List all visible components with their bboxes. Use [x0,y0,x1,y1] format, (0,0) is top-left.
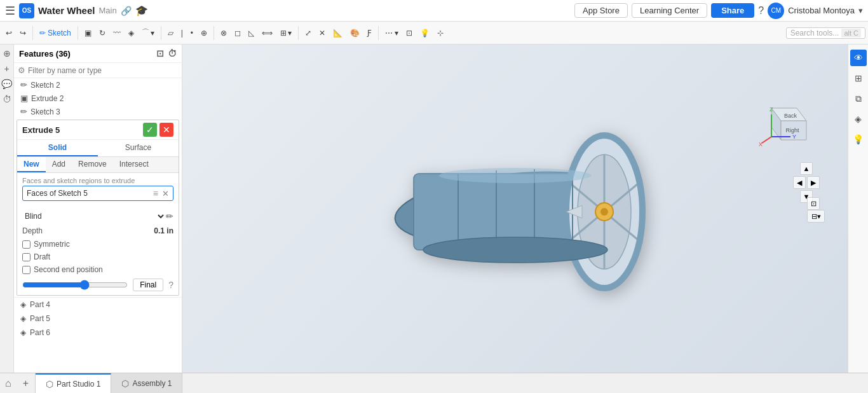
feature-item-sketch3[interactable]: ✏ Sketch 3 [14,105,182,118]
add-feature-icon[interactable]: + [4,64,9,74]
mate-button[interactable]: ⊕ [198,27,210,39]
nav-up[interactable]: ▲ [800,162,813,175]
history-icon[interactable]: ⏱ [3,94,11,104]
feature-item-sketch2[interactable]: ✏ Sketch 2 [14,78,182,92]
measure-button[interactable]: 📐 [330,27,346,39]
variable-button[interactable]: Ƒ [364,27,375,39]
dropdown-arrow-2[interactable]: ▾ [288,29,292,38]
delete-icon: ✕ [319,29,325,38]
user-name[interactable]: Cristobal Montoya [788,6,855,15]
draft-row[interactable]: Draft [17,251,179,263]
tab-surface[interactable]: Surface [98,140,179,156]
confirm-button[interactable]: ✓ [143,123,157,137]
tab-solid[interactable]: Solid [17,140,98,156]
symmetric-row[interactable]: Symmetric [17,238,179,251]
draft-btn[interactable]: ◺ [245,27,257,39]
axis-button[interactable]: | [178,27,186,39]
fit-view-button[interactable]: ⊹ [434,27,447,39]
subtab-new[interactable]: New [17,157,46,172]
view-cube[interactable]: Back Right X Y Z [756,95,813,155]
panel-icon-1[interactable]: ⊡ [156,48,164,59]
help-button-form[interactable]: ? [168,280,173,290]
nav-right[interactable]: ▶ [807,176,820,189]
point-button[interactable]: • [187,27,196,39]
add-tab-button[interactable]: + [17,373,36,393]
second-end-row[interactable]: Second end position [17,263,179,276]
more-button[interactable]: ⋯▾ [382,27,402,39]
preview-slider[interactable] [22,280,128,290]
fillet-button[interactable]: ⌒▾ [139,25,158,40]
right-icon-render[interactable]: 💡 [850,131,867,148]
second-end-checkbox[interactable] [22,266,31,274]
undo-button[interactable]: ↩ [3,27,15,39]
view-type-btn[interactable]: ⊡ [807,197,820,210]
final-button[interactable]: Final [133,279,163,291]
subtab-intersect[interactable]: Intersect [113,157,155,172]
feature-search-row: ⚙ [14,63,182,78]
section-button[interactable]: ⊡ [403,27,416,39]
feature-item-extrude2[interactable]: ▣ Extrude 2 [14,92,182,105]
right-icon-layers[interactable]: ⊞ [850,70,867,86]
view-type-dropdown[interactable]: ⊟▾ [807,210,825,223]
cursor-icon[interactable]: ⊕ [3,48,11,59]
canvas[interactable]: Back Right X Y Z ▲ ◀ ▶ ▼ [182,45,848,373]
comment-icon[interactable]: 💬 [1,79,12,89]
home-button[interactable]: ⌂ [0,373,17,393]
transform-button[interactable]: ⤢ [302,27,315,39]
sweep-button[interactable]: 〰 [110,27,124,39]
plane-button[interactable]: ▱ [165,27,177,39]
view-type-icon: ⊡ [811,200,817,208]
pencil-icon: ✏ [39,29,46,38]
wheel-3d [363,81,668,336]
right-icon-parts[interactable]: ◈ [850,111,867,127]
search-tools-box[interactable]: Search tools... alt C [786,27,865,39]
plane-icon: ▱ [168,29,173,38]
pencil-icon[interactable]: ✏ [166,211,173,221]
symmetric-checkbox[interactable] [22,240,31,249]
nav-left[interactable]: ◀ [793,176,806,189]
nav-mid: ◀ ▶ [793,176,820,189]
tab-assembly1[interactable]: ⬡ Assembly 1 [111,373,182,393]
revolve-button[interactable]: ↻ [96,27,109,39]
user-chevron-icon[interactable]: ▾ [858,6,863,15]
dropdown-arrow-1[interactable]: ▾ [151,29,154,38]
right-icon-assembly[interactable]: ⧉ [850,90,867,107]
boolean-button[interactable]: ⊗ [217,27,230,39]
cancel-button[interactable]: ✕ [159,123,173,137]
delete-button[interactable]: ✕ [316,27,329,39]
dropdown-arrow-3[interactable]: ▾ [395,29,398,38]
share-button[interactable]: Share [711,3,754,18]
faces-input-row[interactable]: Faces of Sketch 5 ≡ ✕ [22,186,173,201]
clear-faces-icon[interactable]: ✕ [162,189,169,198]
appearance-button[interactable]: 🎨 [347,27,363,39]
link-icon[interactable]: 🔗 [121,6,132,16]
app-store-button[interactable]: App Store [574,3,628,18]
right-icon-view[interactable]: 👁 [850,50,867,66]
list-item-part4[interactable]: ◈ Part 4 [14,298,182,312]
list-item-part6[interactable]: ◈ Part 6 [14,326,182,340]
subtab-add[interactable]: Add [46,157,72,172]
extrude2-icon: ▣ [20,93,28,103]
redo-button[interactable]: ↪ [17,27,29,39]
learning-center-button[interactable]: Learning Center [632,3,707,18]
hamburger-icon[interactable]: ☰ [5,4,15,18]
sketch-button[interactable]: ✏ Sketch [36,27,74,39]
shell-button[interactable]: ◻ [231,27,244,39]
grad-icon[interactable]: 🎓 [135,4,148,17]
draft-checkbox[interactable] [22,253,31,261]
type-select[interactable]: Blind Through All Up to Face Up to Part [22,211,166,221]
pattern-button[interactable]: ⊞▾ [277,27,295,39]
render-button[interactable]: 💡 [417,27,433,39]
list-item-part5[interactable]: ◈ Part 5 [14,312,182,326]
mirror-button[interactable]: ⟺ [259,27,276,39]
feature-search-input[interactable] [28,66,178,75]
doc-title: Water Wheel [38,5,95,16]
help-button[interactable]: ? [758,5,764,17]
panel-icon-2[interactable]: ⏱ [168,48,177,59]
feature-list: ✏ Sketch 2 ▣ Extrude 2 ✏ Sketch 3 [14,78,182,118]
loft-button[interactable]: ◈ [125,27,137,39]
tab-part-studio[interactable]: ⬡ Part Studio 1 [36,373,111,393]
subtab-remove[interactable]: Remove [72,157,113,172]
extrude-button[interactable]: ▣ [81,27,95,39]
view-dropdown-icon: ⊟▾ [811,212,821,221]
